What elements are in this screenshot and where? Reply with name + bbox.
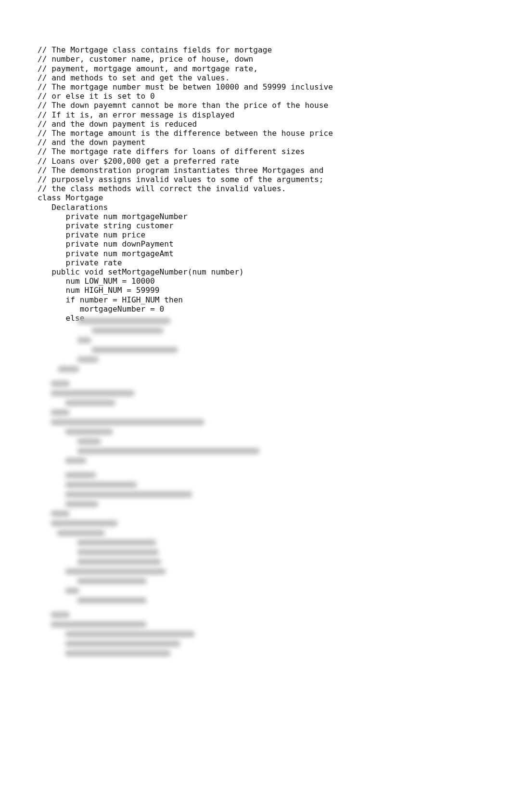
blurred-line <box>65 482 137 488</box>
blurred-line <box>65 501 99 507</box>
blurred-line <box>65 568 166 575</box>
blurred-line <box>51 390 135 396</box>
blurred-line <box>51 511 70 517</box>
blurred-line <box>51 520 118 526</box>
blurred-line <box>65 472 96 478</box>
blurred-line <box>77 356 99 363</box>
blurred-line <box>65 400 115 406</box>
blurred-line <box>57 530 105 536</box>
code-text: // The Mortgage class contains fields fo… <box>38 45 473 323</box>
blurred-line <box>77 539 156 546</box>
blurred-line <box>65 650 171 656</box>
blurred-line <box>77 448 260 454</box>
blurred-line <box>77 549 159 555</box>
blurred-line <box>65 491 192 498</box>
blurred-line <box>65 641 180 647</box>
blurred-line <box>77 597 147 603</box>
blurred-line <box>65 458 87 464</box>
blurred-line <box>77 438 101 445</box>
blurred-line <box>91 327 164 334</box>
blurred-line <box>58 366 79 372</box>
blurred-line <box>65 588 79 594</box>
blurred-line <box>51 621 147 628</box>
blurred-line <box>65 429 113 435</box>
blurred-line <box>77 337 91 343</box>
blurred-line <box>51 409 70 416</box>
blurred-line <box>77 559 161 565</box>
blurred-line <box>65 631 195 637</box>
blurred-line <box>51 380 70 387</box>
blurred-line <box>51 612 70 618</box>
blurred-line <box>91 347 178 353</box>
blurred-line <box>77 578 147 584</box>
blurred-line <box>51 419 204 425</box>
